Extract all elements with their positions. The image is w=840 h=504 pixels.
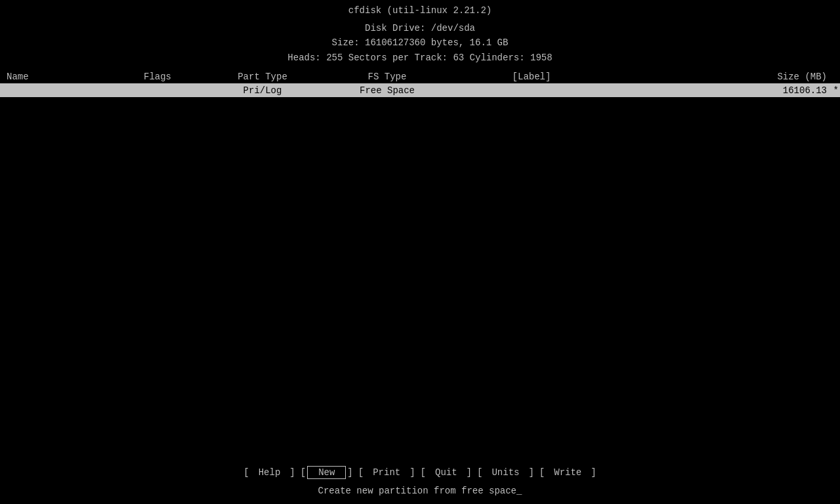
menu-item-label-quit[interactable]: Quit (426, 467, 467, 478)
bracket-quit-close: ] (467, 467, 472, 478)
table-header: Name Flags Part Type FS Type [Label] Siz… (0, 68, 840, 83)
bracket-help-close: ] (289, 467, 295, 478)
col-header-flags: Flags (105, 72, 210, 82)
bracket-print-close: ] (410, 467, 415, 478)
col-header-label: [Label] (459, 72, 604, 82)
bracket-units-open: [ (477, 467, 482, 478)
partition-parttype: Pri/Log (210, 85, 315, 96)
bracket-write-open: [ (539, 467, 545, 478)
bottom-section: [ Help ] [ New ] [ Print ] [ Quit ] [ Un… (0, 458, 840, 504)
menu-bar: [ Help ] [ New ] [ Print ] [ Quit ] [ Un… (0, 463, 840, 482)
menu-item-new[interactable]: New (307, 466, 346, 479)
bracket-new-close: ] (347, 467, 352, 478)
status-text: Create new partition from free space_ (318, 486, 522, 496)
disk-geometry: Heads: 255 Sectors per Track: 63 Cylinde… (0, 51, 840, 65)
bracket-quit-open: [ (421, 467, 426, 478)
bracket-print-open: [ (358, 467, 364, 478)
bracket-help-open: [ (243, 467, 249, 478)
app-title: cfdisk (util-linux 2.21.2) (348, 5, 492, 16)
partition-size: 16106.13 (604, 85, 830, 96)
partition-fstype: Free Space (315, 85, 459, 96)
col-header-size: Size (MB) (604, 72, 840, 82)
menu-item-label-help[interactable]: Help (249, 467, 290, 478)
col-header-name: Name (0, 72, 105, 82)
disk-drive: Disk Drive: /dev/sda (0, 21, 840, 35)
disk-info: Disk Drive: /dev/sda Size: 16106127360 b… (0, 18, 840, 68)
partition-row[interactable]: Pri/Log Free Space 16106.13 * (0, 84, 840, 97)
title-bar: cfdisk (util-linux 2.21.2) (0, 0, 840, 18)
main-content (0, 97, 840, 458)
disk-size: Size: 16106127360 bytes, 16.1 GB (0, 35, 840, 50)
partition-asterisk: * (830, 85, 840, 96)
col-header-parttype: Part Type (210, 72, 315, 82)
status-bar: Create new partition from free space_ (0, 482, 840, 499)
bracket-write-close: ] (591, 467, 596, 478)
menu-item-label-write[interactable]: Write (545, 467, 591, 478)
col-header-fstype: FS Type (315, 72, 459, 82)
bracket-units-close: ] (528, 467, 534, 478)
menu-item-label-print[interactable]: Print (364, 467, 410, 478)
menu-item-label-units[interactable]: Units (482, 467, 528, 478)
bracket-new-open: [ (301, 467, 306, 478)
